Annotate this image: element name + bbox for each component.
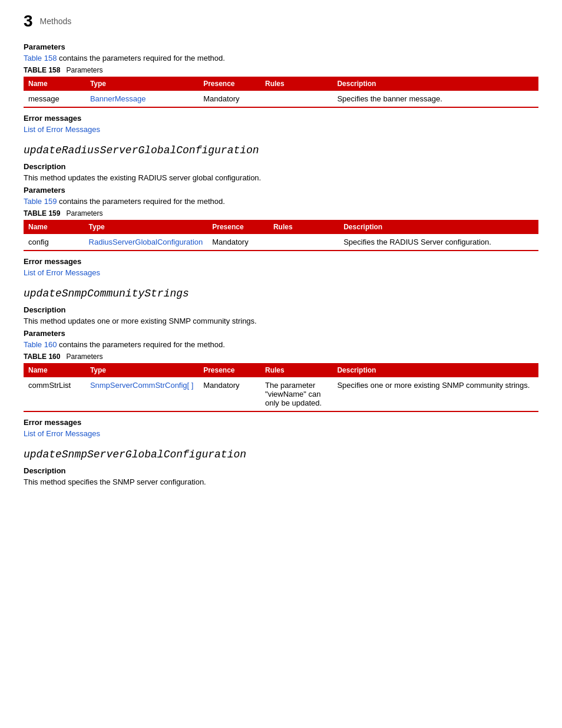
radius-error-label: Error messages	[24, 257, 538, 266]
table-row: commStrList SnmpServerCommStrConfig[ ] M…	[24, 377, 538, 411]
col-header-name: Name	[24, 220, 84, 234]
snmp-global-desc-label: Description	[24, 466, 538, 475]
cell-rules	[269, 234, 339, 251]
cell-presence: Mandatory	[207, 234, 269, 251]
snmp-comm-desc-text: This method updates one or more existing…	[24, 317, 538, 325]
cell-type: RadiusServerGlobalConfiguration	[84, 234, 208, 251]
snmp-comm-error-label: Error messages	[24, 418, 538, 427]
col-header-desc: Description	[332, 363, 538, 377]
table-159-label: TABLE 159 Parameters	[24, 209, 538, 218]
error-messages-link-2[interactable]: List of Error Messages	[24, 268, 100, 277]
cell-presence: Mandatory	[199, 377, 260, 411]
snmp-comm-error-section: Error messages List of Error Messages	[24, 418, 538, 438]
banner-params-section: Parameters Table 158 contains the parame…	[24, 42, 538, 134]
col-header-rules: Rules	[269, 220, 339, 234]
col-header-rules: Rules	[260, 363, 332, 377]
cell-desc: Specifies one or more existing SNMP comm…	[332, 377, 538, 411]
cell-desc: Specifies the RADIUS Server configuratio…	[339, 234, 538, 251]
params-label: Parameters	[24, 42, 538, 51]
bannermessage-link[interactable]: BannerMessage	[90, 94, 146, 103]
table-row: config RadiusServerGlobalConfiguration M…	[24, 234, 538, 251]
cell-presence: Mandatory	[199, 91, 260, 107]
col-header-type: Type	[84, 220, 208, 234]
cell-desc: Specifies the banner message.	[332, 91, 538, 107]
radius-error-section: Error messages List of Error Messages	[24, 257, 538, 277]
params-intro: Table 158 contains the parameters requir…	[24, 54, 538, 62]
radius-method-title: updateRadiusServerGlobalConfiguration	[24, 144, 538, 156]
chapter-number: 3	[24, 12, 33, 31]
col-header-presence: Presence	[199, 363, 260, 377]
table-159-link[interactable]: Table 159	[24, 197, 57, 206]
snmp-comm-params-intro: Table 160 contains the parameters requir…	[24, 340, 538, 349]
radius-method-section: updateRadiusServerGlobalConfiguration De…	[24, 144, 538, 277]
snmp-comm-desc-label: Description	[24, 305, 538, 314]
snmp-global-method-title: updateSnmpServerGlobalConfiguration	[24, 449, 538, 460]
snmp-comm-section: updateSnmpCommunityStrings Description T…	[24, 288, 538, 438]
error-messages-link-3[interactable]: List of Error Messages	[24, 429, 100, 438]
table-160: Name Type Presence Rules Description com…	[24, 363, 538, 412]
snmp-global-section: updateSnmpServerGlobalConfiguration Desc…	[24, 449, 538, 486]
error-label: Error messages	[24, 114, 538, 123]
col-header-type: Type	[85, 363, 199, 377]
cell-name: message	[24, 91, 85, 107]
col-header-type: Type	[85, 77, 199, 91]
radius-config-link[interactable]: RadiusServerGlobalConfiguration	[89, 238, 203, 246]
cell-rules: The parameter "viewName" can only be upd…	[260, 377, 332, 411]
snmp-comm-params-label: Parameters	[24, 329, 538, 338]
table-160-link[interactable]: Table 160	[24, 340, 57, 349]
table-158-label: TABLE 158 Parameters	[24, 66, 538, 74]
table-158-link[interactable]: Table 158	[24, 54, 57, 62]
radius-params-label: Parameters	[24, 186, 538, 195]
page-header: 3 Methods	[24, 12, 538, 31]
error-messages-link-1[interactable]: List of Error Messages	[24, 125, 100, 134]
radius-desc-label: Description	[24, 162, 538, 171]
col-header-desc: Description	[339, 220, 538, 234]
cell-type: BannerMessage	[85, 91, 199, 107]
table-158: Name Type Presence Rules Description mes…	[24, 77, 538, 108]
col-header-presence: Presence	[199, 77, 260, 91]
col-header-name: Name	[24, 77, 85, 91]
cell-name: config	[24, 234, 84, 251]
col-header-rules: Rules	[260, 77, 332, 91]
radius-desc-text: This method updates the existing RADIUS …	[24, 173, 538, 182]
snmp-commstr-link[interactable]: SnmpServerCommStrConfig[ ]	[90, 381, 194, 390]
table-row: message BannerMessage Mandatory Specifie…	[24, 91, 538, 107]
col-header-presence: Presence	[207, 220, 269, 234]
col-header-name: Name	[24, 363, 85, 377]
cell-type: SnmpServerCommStrConfig[ ]	[85, 377, 199, 411]
snmp-comm-method-title: updateSnmpCommunityStrings	[24, 288, 538, 299]
radius-params-intro: Table 159 contains the parameters requir…	[24, 197, 538, 206]
cell-name: commStrList	[24, 377, 85, 411]
col-header-desc: Description	[332, 77, 538, 91]
cell-rules	[260, 91, 332, 107]
error-messages-section: Error messages List of Error Messages	[24, 114, 538, 134]
table-159: Name Type Presence Rules Description con…	[24, 220, 538, 251]
chapter-title: Methods	[40, 17, 72, 26]
snmp-global-desc-text: This method specifies the SNMP server co…	[24, 477, 538, 486]
table-160-label: TABLE 160 Parameters	[24, 353, 538, 361]
